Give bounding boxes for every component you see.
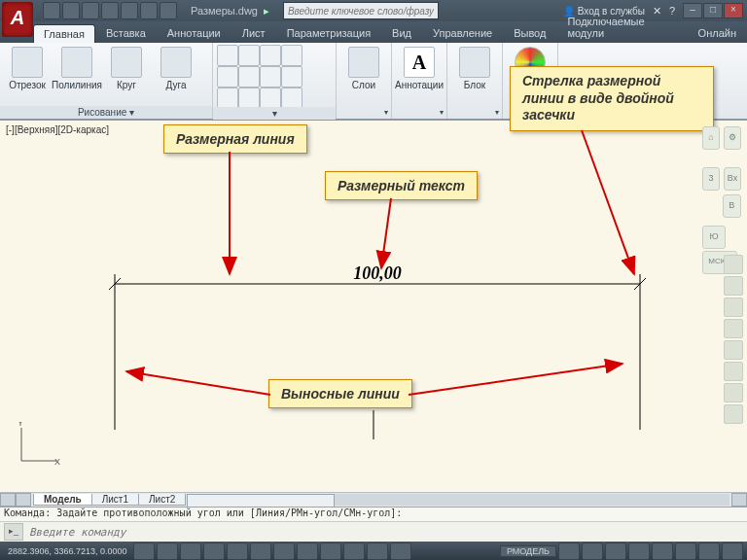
fillet-icon[interactable] <box>260 66 281 88</box>
annotation-button[interactable]: AАннотации <box>396 45 443 92</box>
tab-annotate[interactable]: Аннотации <box>157 23 231 43</box>
copy-icon[interactable] <box>217 66 238 88</box>
array-icon[interactable] <box>281 66 302 88</box>
command-toggle-icon[interactable]: ▸_ <box>4 523 23 541</box>
erase-icon[interactable] <box>281 88 302 109</box>
status-s1-icon[interactable] <box>558 542 580 560</box>
nav-gear-icon[interactable]: ⚙ <box>724 126 741 150</box>
search-input[interactable] <box>283 2 439 19</box>
tab-layout[interactable]: Лист <box>231 23 276 43</box>
ucs-icon[interactable]: YX <box>16 422 60 467</box>
clean-icon[interactable] <box>722 542 743 560</box>
hscroll-track[interactable] <box>187 494 729 506</box>
tab-online[interactable]: Онлайн <box>688 23 747 43</box>
nav-extra2-icon[interactable] <box>724 404 743 424</box>
command-input[interactable] <box>27 525 747 540</box>
qat-plot-icon[interactable] <box>121 2 138 19</box>
lwt-icon[interactable] <box>320 542 341 560</box>
rotate-icon[interactable] <box>238 45 260 66</box>
tab-view[interactable]: Вид <box>381 23 422 43</box>
offset-icon[interactable] <box>260 88 281 109</box>
status-bar: 2882.3906, 3366.7213, 0.0000 РМОДЕЛЬ <box>0 542 747 560</box>
arc-button[interactable]: Дуга <box>153 45 199 92</box>
polar-icon[interactable] <box>203 542 225 560</box>
dimension-graphic <box>105 264 650 439</box>
callout-dimtext: Размерный текст <box>325 171 478 200</box>
mirror-icon[interactable] <box>238 66 260 88</box>
hardware-icon[interactable] <box>675 542 696 560</box>
showmotion-icon[interactable] <box>724 340 743 360</box>
sheet-tab-model[interactable]: Модель <box>33 494 92 506</box>
osnap-icon[interactable] <box>227 542 248 560</box>
layers-button[interactable]: Слои <box>340 45 387 92</box>
workspace-icon[interactable] <box>628 542 650 560</box>
ortho-icon[interactable] <box>180 542 201 560</box>
viewport-label[interactable]: [-][Верхняя][2D-каркас] <box>6 124 109 135</box>
extend-icon[interactable] <box>281 45 302 66</box>
trim-icon[interactable] <box>260 45 281 66</box>
hscroll-thumb[interactable] <box>187 494 335 508</box>
tab-manage[interactable]: Управление <box>422 23 503 43</box>
nav-face-right[interactable]: В <box>723 194 741 218</box>
circle-button[interactable]: Круг <box>103 45 150 92</box>
dimension-text: 100,00 <box>353 263 402 284</box>
document-title: Размеры.dwg <box>191 5 258 17</box>
tab-output[interactable]: Вывод <box>503 23 556 43</box>
annoscale-icon[interactable] <box>605 542 626 560</box>
dyn-icon[interactable] <box>297 542 318 560</box>
zoom-icon[interactable] <box>724 298 743 317</box>
qat-saveas-icon[interactable] <box>101 2 119 19</box>
block-button[interactable]: Блок <box>451 45 498 92</box>
layout-tabs-bar: Модель Лист1 Лист2 <box>0 492 747 507</box>
qat-new-icon[interactable] <box>43 2 60 19</box>
app-logo[interactable]: A <box>2 2 33 37</box>
otrack-icon[interactable] <box>273 542 295 560</box>
qat-save-icon[interactable] <box>82 2 99 19</box>
line-button[interactable]: Отрезок <box>4 45 51 92</box>
stretch-icon[interactable] <box>217 88 238 109</box>
tab-insert[interactable]: Вставка <box>95 23 157 43</box>
status-coords[interactable]: 2882.3906, 3366.7213, 0.0000 <box>4 546 131 556</box>
sc-icon[interactable] <box>390 542 411 560</box>
chevron-right-icon[interactable]: ▸ <box>264 5 269 18</box>
pan-icon[interactable] <box>724 276 743 296</box>
nav-top[interactable]: ⌂ <box>702 126 720 150</box>
nav-face-front[interactable]: Вх <box>724 167 741 191</box>
callout-ext: Выносные линии <box>268 379 412 408</box>
quick-access-toolbar <box>43 2 177 19</box>
close-button[interactable]: × <box>724 3 743 18</box>
tab-home[interactable]: Главная <box>33 24 95 43</box>
nav-extra1-icon[interactable] <box>724 383 743 402</box>
qat-redo-icon[interactable] <box>160 2 177 19</box>
status-s2-icon[interactable] <box>582 542 603 560</box>
isolate-icon[interactable] <box>698 542 720 560</box>
grid-icon[interactable] <box>157 542 178 560</box>
qp-icon[interactable] <box>367 542 388 560</box>
polyline-button[interactable]: Полилиния <box>53 45 100 92</box>
nav-more-icon[interactable] <box>724 362 743 381</box>
qat-open-icon[interactable] <box>62 2 80 19</box>
nav-face-3[interactable]: 3 <box>702 167 720 191</box>
snap-icon[interactable] <box>133 542 155 560</box>
orbit-icon[interactable] <box>724 319 743 338</box>
lock-icon[interactable] <box>652 542 673 560</box>
steering-wheel-icon[interactable] <box>724 255 743 274</box>
scroll-end-icon[interactable] <box>731 493 747 507</box>
sheet-tab-2[interactable]: Лист2 <box>138 494 186 506</box>
osnap3d-icon[interactable] <box>250 542 271 560</box>
tab-parametric[interactable]: Параметризация <box>276 23 381 43</box>
modify-panel-title[interactable]: ▾ <box>213 107 336 120</box>
sheet-tab-1[interactable]: Лист1 <box>91 494 139 506</box>
tpy-icon[interactable] <box>343 542 365 560</box>
scale-icon[interactable] <box>238 88 260 109</box>
move-icon[interactable] <box>217 45 238 66</box>
nav-home[interactable]: Ю <box>702 226 726 249</box>
maximize-button[interactable]: □ <box>703 3 723 18</box>
drawing-canvas[interactable]: [-][Верхняя][2D-каркас] 100,00 Размерная… <box>0 120 747 492</box>
scroll-left-icon[interactable] <box>0 493 16 507</box>
draw-panel-title[interactable]: Рисование ▾ <box>0 106 212 119</box>
status-mode[interactable]: РМОДЕЛЬ <box>500 545 556 557</box>
scroll-right-icon[interactable] <box>16 493 31 507</box>
tab-plugins[interactable]: Подключаемые модули <box>556 12 687 43</box>
qat-undo-icon[interactable] <box>140 2 158 19</box>
